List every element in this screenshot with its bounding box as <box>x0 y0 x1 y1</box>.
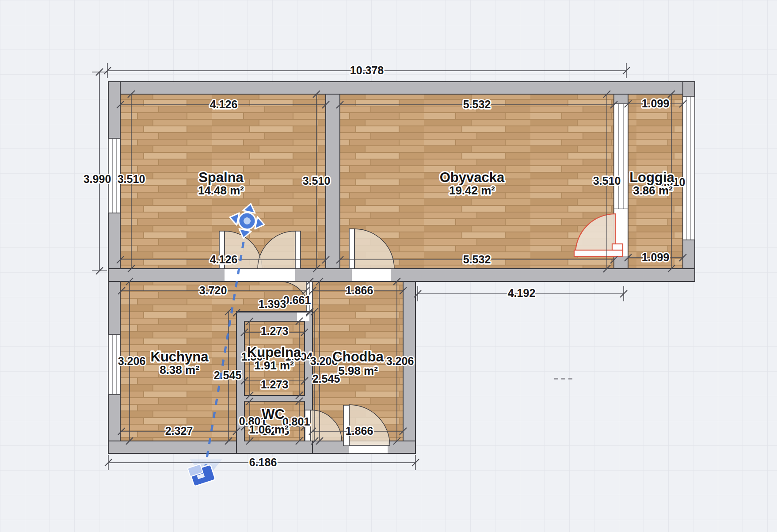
wall-middle[interactable] <box>108 269 695 281</box>
dim-label-obyvacka-right: 3.510 <box>593 175 621 187</box>
wall-top[interactable] <box>108 82 695 94</box>
dim-label-loggia-top: 1.099 <box>642 97 670 110</box>
dim-label-kupelna-bottom: 1.273 <box>261 378 289 391</box>
room-area-obyvacka: 19.42 m² <box>449 184 495 197</box>
room-area-kuchyna: 8.38 m² <box>160 363 199 376</box>
floorplan-canvas[interactable]: 10.378 4.126 5.532 1.099 3.990 3.510 3.5… <box>0 0 777 532</box>
dim-label-loggia-bottom: 1.099 <box>642 251 670 263</box>
dim-label-chodba-bottom: 1.866 <box>346 425 373 437</box>
dim-label-obyvacka-top: 5.532 <box>463 98 491 110</box>
room-area-kupelna: 1.91 m² <box>254 359 294 372</box>
dim-label-overall-left: 3.990 <box>84 173 111 185</box>
room-label-loggia: Loggia <box>629 170 674 185</box>
dim-label-passage-width: 1.393 <box>259 298 286 310</box>
room-area-spalna: 14.48 m² <box>198 184 244 197</box>
room-area-loggia: 3.86 m² <box>633 184 673 197</box>
dim-label-overall-bottom: 6.186 <box>249 456 277 468</box>
dim-label-obyvacka-bottom: 5.532 <box>463 253 491 266</box>
room-label-obyvacka: Obyvacka <box>440 170 505 185</box>
dim-label-chodba-top: 1.866 <box>346 284 373 296</box>
dim-label-chodba-right: 3.206 <box>386 355 414 367</box>
dim-label-kuchyna-bottom: 2.327 <box>165 425 193 437</box>
wall-right-lower[interactable] <box>403 281 415 453</box>
dim-label-spalna-bottom: 4.126 <box>210 253 238 266</box>
window-loggia-right[interactable] <box>683 96 695 240</box>
dim-label-spalna-right: 3.510 <box>303 175 331 187</box>
window-obyvacka-loggia[interactable] <box>614 104 628 209</box>
dim-label-spalna-left: 3.510 <box>118 173 145 185</box>
dim-label-overall-top: 10.378 <box>350 64 384 76</box>
dim-label-kuchyna-top: 3.720 <box>199 284 227 296</box>
dim-label-kupelna-top: 1.273 <box>261 325 289 337</box>
wall-left[interactable] <box>108 82 120 453</box>
dim-label-right-offset: 4.192 <box>508 287 536 299</box>
dim-label-spalna-top: 4.126 <box>210 98 238 110</box>
dim-label-passage-height: 0.661 <box>283 294 311 306</box>
dim-label-box-height-right: 2.545 <box>312 372 340 385</box>
room-area-wc: 1.06 m² <box>249 423 289 436</box>
room-label-kupelna: Kupelna <box>247 345 301 360</box>
room-area-chodba: 5.98 m² <box>338 364 378 377</box>
dim-label-kuchyna-left: 3.206 <box>118 355 146 367</box>
room-label-chodba: Chodba <box>332 349 384 365</box>
dim-label-box-height-left: 2.545 <box>214 369 242 381</box>
room-label-spalna: Spalna <box>198 170 244 185</box>
room-label-wc: WC <box>262 407 285 422</box>
room-label-kuchyna: Kuchyna <box>151 349 209 365</box>
